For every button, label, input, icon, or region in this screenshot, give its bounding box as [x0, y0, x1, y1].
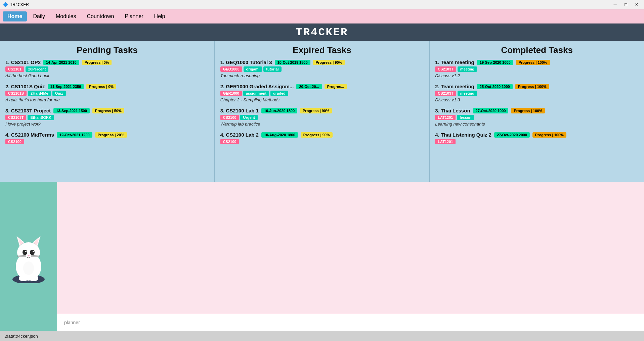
pending-task-3-name: 3. CS2103T Project [5, 108, 51, 113]
chat-input-bar [57, 314, 644, 331]
minimize-button[interactable]: ─ [610, 1, 620, 8]
completed-task-2-name: 2. Team meeting [435, 84, 474, 89]
pending-task-2-progress: Progress | 0% [86, 84, 116, 89]
svg-point-17 [29, 275, 38, 281]
pending-tasks-column: Pending Tasks 1. CS2101 OP2 14-Apr-2021 … [0, 41, 214, 182]
chat-input[interactable] [60, 317, 641, 328]
tag: tutorial [263, 66, 281, 72]
pending-task-1-progress: Progress | 0% [82, 60, 112, 65]
tag: CS2100 [5, 139, 24, 144]
tag: meeting [458, 66, 477, 72]
pending-task-3: 3. CS2103T Project 13-Sep-2021 1500 Prog… [5, 108, 209, 127]
completed-task-1-name: 1. Team meeting [435, 59, 474, 65]
svg-point-10 [33, 251, 34, 252]
status-text: .\data\tr4cker.json [3, 334, 38, 339]
title-bar-controls: ─ □ ✕ [610, 1, 641, 8]
svg-point-9 [25, 251, 27, 252]
tag: GEQ1000 [220, 66, 242, 72]
pending-task-2: 2. CS1101S Quiz 11-Sep-2021 2359 Progres… [5, 84, 209, 102]
pending-task-1: 1. CS2101 OP2 14-Apr-2021 1010 Progress … [5, 59, 209, 78]
pending-tasks-title: Pending Tasks [5, 45, 209, 55]
tag: CS2100 [220, 115, 239, 120]
tag: 20Percent [26, 66, 49, 72]
title-bar-text: TR4CKER [10, 2, 29, 7]
expired-task-3-desc: Warmup lab practice [220, 121, 424, 127]
menu-item-help[interactable]: Help [149, 11, 170, 21]
completed-task-1: 1. Team meeting 19-Sep-2020 1000 Progres… [435, 59, 639, 78]
expired-task-1-progress: Progress | 90% [313, 60, 345, 65]
svg-point-2 [17, 242, 40, 262]
tag: CS2103T [435, 66, 456, 72]
svg-point-18 [23, 261, 34, 275]
menu-item-daily[interactable]: Daily [28, 11, 50, 21]
completed-task-3-desc: Learning new consonants [435, 121, 639, 127]
app-title: TR4CKER [296, 26, 348, 39]
expired-task-1-desc: Too much reasoning [220, 73, 424, 78]
completed-task-4-date: 27-Oct-2020 2000 [494, 132, 530, 138]
menu-item-planner[interactable]: Planner [120, 11, 148, 21]
pending-task-3-progress: Progress | 50% [92, 108, 124, 113]
tag: LAT1201 [435, 139, 456, 144]
expired-task-4: 4. CS2100 Lab 2 10-Aug-2020 1800 Progres… [220, 132, 424, 144]
pending-task-1-desc: All the best Good Luck [5, 73, 209, 78]
expired-task-4-name: 4. CS2100 Lab 2 [220, 132, 259, 138]
expired-task-2: 2. GER1000 Graded Assignm... 20-Oct-20..… [220, 84, 424, 102]
menu-item-countdown[interactable]: Countdown [82, 11, 119, 21]
tag: CS1101S [5, 91, 27, 96]
expired-task-1-name: 1. GEQ1000 Tutorial 3 [220, 59, 272, 65]
menu-item-modules[interactable]: Modules [51, 11, 81, 21]
menu-bar: Home Daily Modules Countdown Planner Hel… [0, 9, 644, 23]
expired-task-2-progress: Progres... [325, 84, 347, 89]
expired-task-1: 1. GEQ1000 Tutorial 3 10-Oct-2019 1800 P… [220, 59, 424, 78]
expired-task-2-desc: Chapter 3 - Sampling Methods [220, 97, 424, 102]
svg-point-16 [19, 275, 28, 281]
mascot-area [0, 182, 57, 331]
pending-task-4-date: 12-Oct-2021 1200 [57, 132, 92, 138]
svg-point-11 [28, 255, 30, 256]
expired-task-1-date: 10-Oct-2019 1800 [275, 60, 310, 65]
tag: GER1000 [220, 91, 242, 96]
menu-item-home[interactable]: Home [3, 11, 27, 21]
status-bar: .\data\tr4cker.json [0, 331, 644, 341]
pending-task-4-progress: Progress | 20% [95, 132, 127, 138]
pending-task-4: 4. CS2100 MidTerms 12-Oct-2021 1200 Prog… [5, 132, 209, 144]
mascot-container [7, 230, 50, 283]
completed-tasks-column: Completed Tasks 1. Team meeting 19-Sep-2… [429, 41, 644, 182]
tag: CS2101 [5, 66, 24, 72]
expired-task-2-date: 20-Oct-20... [296, 84, 321, 89]
tag: CS2103T [435, 91, 456, 96]
tag: CS2100 [220, 139, 239, 144]
chat-area [57, 182, 644, 331]
bottom-section [0, 182, 644, 331]
completed-tasks-title: Completed Tasks [435, 45, 639, 55]
expired-task-3-date: 10-Jun-2020 1800 [261, 108, 297, 113]
close-button[interactable]: ✕ [632, 1, 641, 8]
svg-point-7 [23, 250, 27, 255]
pending-task-2-name: 2. CS1101S Quiz [5, 84, 45, 89]
mascot-svg [7, 230, 50, 283]
completed-task-2-desc: Discuss v1.3 [435, 97, 639, 102]
tag: CS2103T [5, 115, 26, 120]
tag: assignment [243, 91, 269, 96]
expired-task-3: 3. CS2100 Lab 1 10-Jun-2020 1800 Progres… [220, 108, 424, 127]
completed-task-2: 2. Team meeting 25-Oct-2020 1000 Progres… [435, 84, 639, 102]
completed-task-4-progress: Progress | 100% [532, 132, 566, 138]
completed-task-3-name: 3. Thai Lesson [435, 108, 470, 113]
expired-tasks-title: Expired Tasks [220, 45, 424, 55]
completed-task-2-progress: Progress | 100% [515, 84, 549, 89]
completed-task-4: 4. Thai Listening Quiz 2 27-Oct-2020 200… [435, 132, 639, 144]
maximize-button[interactable]: □ [621, 1, 631, 8]
completed-task-3: 3. Thai Lesson 27-Oct-2020 1000 Progress… [435, 108, 639, 127]
pending-task-1-date: 14-Apr-2021 1010 [43, 60, 79, 65]
expired-task-3-progress: Progress | 90% [300, 108, 332, 113]
tag: origami [244, 66, 262, 72]
completed-task-1-progress: Progress | 100% [516, 60, 550, 65]
tag: lesson [457, 115, 474, 120]
completed-task-3-date: 27-Oct-2020 1000 [473, 108, 509, 113]
pending-task-3-date: 13-Sep-2021 1500 [53, 108, 90, 113]
expired-task-3-name: 3. CS2100 Lab 1 [220, 108, 259, 113]
tag: 2Hard4Me [28, 91, 51, 96]
pending-task-1-name: 1. CS2101 OP2 [5, 59, 41, 65]
expired-tasks-column: Expired Tasks 1. GEQ1000 Tutorial 3 10-O… [214, 41, 429, 182]
pending-task-4-name: 4. CS2100 MidTerms [5, 132, 54, 138]
